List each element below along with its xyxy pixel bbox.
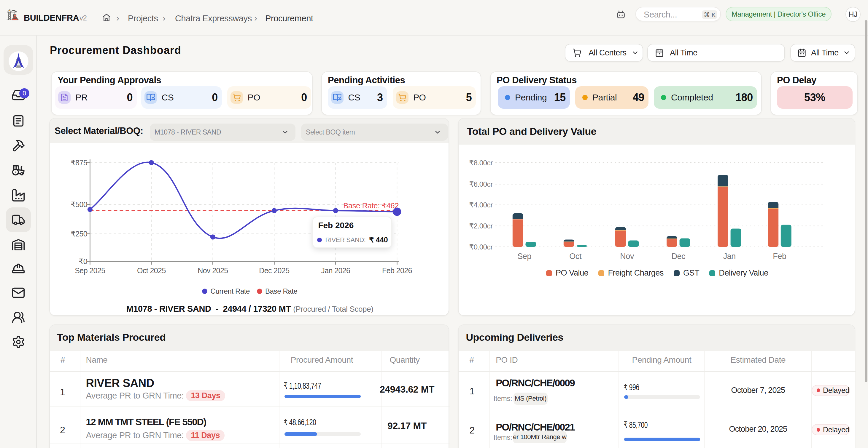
- svg-text:Jan: Jan: [723, 252, 736, 261]
- svg-text:Sep 2025: Sep 2025: [75, 266, 105, 275]
- svg-text:₹0.00cr: ₹0.00cr: [469, 243, 493, 251]
- svg-text:Dec 2025: Dec 2025: [259, 266, 289, 275]
- svg-text:₹0: ₹0: [79, 257, 87, 266]
- svg-text:₹8.00cr: ₹8.00cr: [469, 159, 493, 167]
- svg-text:Base Rate: ₹462: Base Rate: ₹462: [343, 202, 399, 210]
- svg-text:₹4.00cr: ₹4.00cr: [469, 201, 493, 209]
- svg-text:₹875: ₹875: [71, 159, 87, 167]
- svg-text:₹6.00cr: ₹6.00cr: [469, 180, 493, 188]
- svg-text:₹500: ₹500: [71, 200, 87, 209]
- svg-text:Nov 2025: Nov 2025: [197, 266, 228, 275]
- svg-text:Nov: Nov: [620, 252, 634, 261]
- svg-text:Feb 2026: Feb 2026: [382, 266, 412, 275]
- svg-text:₹2.00cr: ₹2.00cr: [469, 222, 493, 230]
- svg-text:Jan 2026: Jan 2026: [321, 266, 350, 275]
- svg-text:Oct 2025: Oct 2025: [137, 266, 166, 275]
- svg-text:Feb: Feb: [773, 252, 786, 261]
- svg-text:Sep: Sep: [518, 252, 532, 261]
- svg-text:Dec: Dec: [672, 252, 686, 261]
- svg-text:Oct: Oct: [569, 252, 582, 261]
- svg-text:₹250: ₹250: [71, 230, 87, 238]
